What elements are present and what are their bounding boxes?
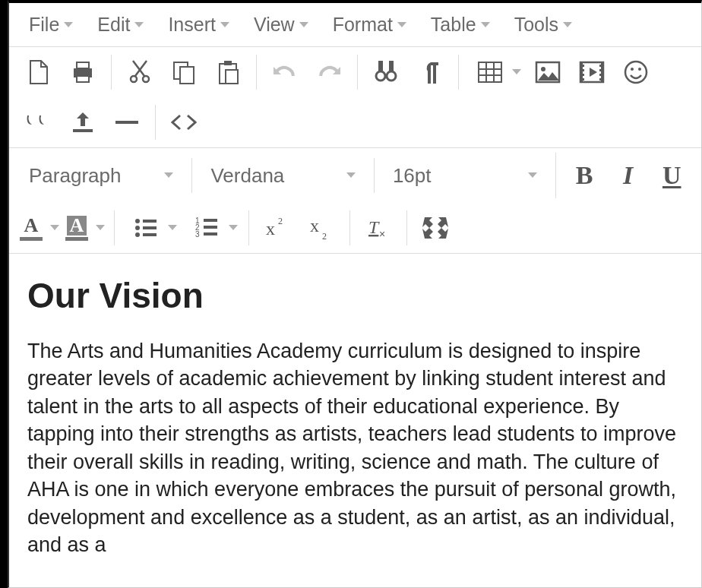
menu-view-label: View xyxy=(254,14,295,36)
bold-button[interactable]: B xyxy=(564,155,605,196)
editor-content[interactable]: Our Vision The Arts and Humanities Acade… xyxy=(9,254,701,580)
find-replace-button[interactable] xyxy=(365,52,406,93)
subscript-button[interactable] xyxy=(301,207,342,248)
document-heading: Our Vision xyxy=(27,275,683,316)
separator xyxy=(114,210,115,245)
menu-table[interactable]: Table xyxy=(420,9,501,40)
bullet-list-button[interactable] xyxy=(122,207,180,248)
font-size-value: 16pt xyxy=(393,164,432,188)
toolbar-row-4: A A xyxy=(9,203,701,254)
menu-view[interactable]: View xyxy=(243,9,319,40)
separator xyxy=(349,210,350,245)
separator xyxy=(248,210,249,245)
menu-tools-label: Tools xyxy=(514,14,558,36)
underline-button[interactable]: U xyxy=(651,155,692,196)
insert-emoji-button[interactable] xyxy=(615,52,656,93)
font-family-value: Verdana xyxy=(210,164,284,188)
editor-container: File Edit Insert View Format Table Tools xyxy=(8,0,702,588)
menu-insert[interactable]: Insert xyxy=(157,9,240,40)
blockquote-button[interactable] xyxy=(18,102,59,143)
numbered-list-button[interactable] xyxy=(183,207,241,248)
separator xyxy=(111,55,112,90)
horizontal-rule-button[interactable] xyxy=(106,102,147,143)
upload-button[interactable] xyxy=(62,102,103,143)
block-format-select[interactable]: Paragraph xyxy=(18,153,184,198)
show-invisible-button[interactable] xyxy=(410,52,451,93)
clear-formatting-button[interactable] xyxy=(358,207,399,248)
text-color-button[interactable]: A xyxy=(18,216,61,241)
menu-insert-label: Insert xyxy=(168,14,216,36)
toolbar-row-2 xyxy=(9,97,701,148)
cut-button[interactable] xyxy=(119,52,160,93)
copy-button[interactable] xyxy=(163,52,204,93)
menu-edit[interactable]: Edit xyxy=(87,9,154,40)
bullet-list-icon xyxy=(125,207,166,248)
toolbar-row-3: Paragraph Verdana 16pt B I U xyxy=(9,148,701,203)
table-icon xyxy=(470,52,511,93)
separator xyxy=(256,55,257,90)
menu-format[interactable]: Format xyxy=(322,9,417,40)
text-color-icon: A xyxy=(20,216,43,241)
menu-file[interactable]: File xyxy=(18,9,84,40)
menu-file-label: File xyxy=(29,14,59,36)
italic-button[interactable]: I xyxy=(608,155,649,196)
document-body-paragraph: The Arts and Humanities Academy curricul… xyxy=(27,337,683,559)
menu-tools[interactable]: Tools xyxy=(504,9,583,40)
background-color-letter: A xyxy=(67,216,87,236)
menubar: File Edit Insert View Format Table Tools xyxy=(9,3,701,47)
separator xyxy=(191,158,192,193)
menu-edit-label: Edit xyxy=(97,14,130,36)
undo-button[interactable] xyxy=(264,52,305,93)
toolbar-row-1 xyxy=(9,47,701,97)
separator xyxy=(155,105,156,140)
menu-table-label: Table xyxy=(431,14,476,36)
separator xyxy=(458,55,459,90)
separator xyxy=(555,153,556,198)
fullscreen-button[interactable] xyxy=(415,207,456,248)
text-color-letter: A xyxy=(21,216,42,236)
separator xyxy=(374,158,375,193)
source-code-button[interactable] xyxy=(163,102,204,143)
insert-video-button[interactable] xyxy=(571,52,612,93)
background-color-button[interactable]: A xyxy=(64,216,106,241)
print-button[interactable] xyxy=(62,52,103,93)
block-format-value: Paragraph xyxy=(29,164,121,188)
separator xyxy=(357,55,358,90)
insert-image-button[interactable] xyxy=(527,52,568,93)
insert-table-button[interactable] xyxy=(466,52,524,93)
background-color-icon: A xyxy=(65,216,88,241)
font-size-select[interactable]: 16pt xyxy=(382,153,548,198)
font-family-select[interactable]: Verdana xyxy=(200,153,365,198)
new-document-button[interactable] xyxy=(18,52,59,93)
menu-format-label: Format xyxy=(333,14,393,36)
paste-button[interactable] xyxy=(207,52,248,93)
redo-button[interactable] xyxy=(308,52,349,93)
separator xyxy=(406,210,407,245)
numbered-list-icon xyxy=(186,207,227,248)
superscript-button[interactable] xyxy=(257,207,298,248)
